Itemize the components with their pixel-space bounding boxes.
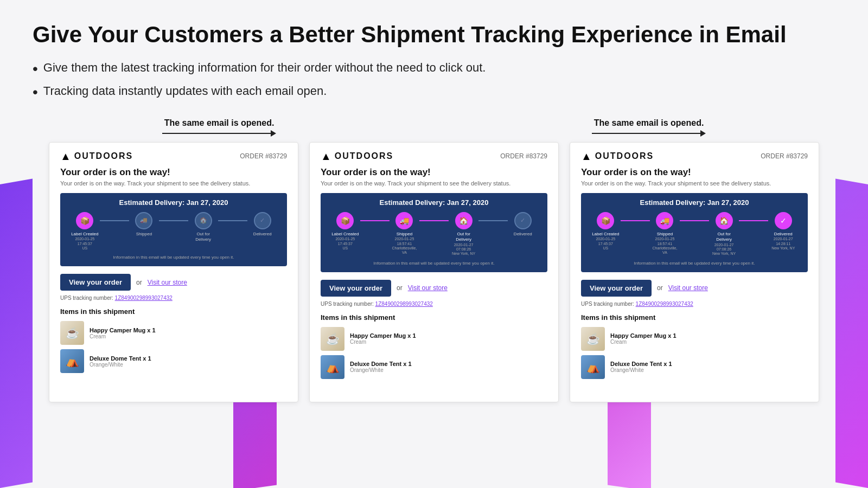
step-label-2-card-2: Shipped [397,232,412,237]
cards-container: ▲ OUTDOORS ORDER #83729 Your order is on… [33,142,835,402]
step-circle-2-card-2: 🚚 [395,212,413,229]
item-row-2-card-1: ⛺ Deluxe Dome Tent x 1 Orange/White [60,349,287,373]
logo-area-3: ▲ OUTDOORS [581,150,654,163]
arrow-line-left [162,130,276,137]
step-2-card-3: 🚚 Shipped 2020-01-25 18:57:41 Charlottes… [650,212,680,255]
item-details-2-card-3: Deluxe Dome Tent x 1 Orange/White [610,361,808,373]
visit-store-button-1[interactable]: Visit our store [148,279,187,286]
tracking-delivery-label-2: Estimated Delivery: Jan 27, 2020 [328,198,540,207]
step-4-card-1: ✓ Delivered [247,212,277,237]
tracking-number-link-3[interactable]: 1Z84900298993027432 [636,301,693,307]
logo-text-3: OUTDOORS [595,151,654,161]
item-details-1-card-2: Happy Camper Mug x 1 Cream [350,332,547,345]
order-number-1: ORDER #83729 [240,152,287,160]
step-date-1-card-2: 2020-01-25 17:45:37 [330,237,360,246]
arrow-line-right [592,130,706,137]
view-order-button-3[interactable]: View your order [581,280,652,297]
item-img-2-card-2: ⛺ [321,355,344,379]
step-location-2-card-3: Charlottesville, VA [650,246,680,255]
logo-text-1: OUTDOORS [74,151,133,161]
view-order-button-1[interactable]: View your order [60,274,131,291]
item-details-1-card-1: Happy Camper Mug x 1 Cream [90,327,287,339]
step-circle-3-card-1: 🏠 [195,212,212,229]
tracking-delivery-label-3: Estimated Delivery: Jan 27, 2020 [589,198,800,207]
arrow-head-right [700,130,706,137]
step-date-2-card-2: 2020-01-25 18:57:41 [390,237,419,246]
order-number-2: ORDER #83729 [500,152,547,160]
order-title-1: Your order is on the way! [60,167,287,178]
view-order-button-2[interactable]: View your order [321,280,391,297]
item-details-1-card-3: Happy Camper Mug x 1 Cream [610,332,808,345]
step-label-4-card-3: Delivered [774,232,793,237]
item-details-2-card-2: Deluxe Dome Tent x 1 Orange/White [350,361,547,373]
step-label-2-card-1: Shipped [136,232,152,237]
step-location-3-card-3: New York, NY [712,252,736,256]
step-location-1-card-3: US [603,246,608,251]
step-date-3-card-2: 2020-01-27 07:08:26 [449,243,478,252]
visit-store-button-3[interactable]: Visit our store [668,284,708,292]
tracking-steps-2: 📦 Label Created 2020-01-25 17:45:37 US 🚚 [328,212,540,256]
item-img-2-card-3: ⛺ [581,355,605,379]
item-img-1-card-1: ☕ [60,321,84,345]
btn-or-1: or [136,279,142,286]
step-circle-4-card-3: ✓ [775,212,792,229]
arrow-label-right: The same email is opened. [506,118,792,137]
step-circle-3-card-2: 🏠 [455,212,473,229]
item-image-1-card-3: ☕ [581,327,605,351]
item-variant-1-card-1: Cream [90,333,287,339]
step-label-1-card-2: Label Created [331,232,359,237]
arrow-head-left [271,130,276,137]
item-variant-2-card-2: Orange/White [350,367,547,373]
item-name-2-card-3: Deluxe Dome Tent x 1 [610,361,808,367]
button-row-3: View your order or Visit our store [581,280,808,297]
visit-store-button-2[interactable]: Visit our store [408,284,448,292]
tracking-number-link-1[interactable]: 1Z84900298993027432 [115,295,173,301]
item-image-1-card-1: ☕ [60,321,84,345]
page-wrapper: Give Your Customers a Better Shipment Tr… [0,0,868,413]
tracking-steps-1: 📦 Label Created 2020-01-25 17:45:37 US 🚚 [68,212,279,251]
email-card-3: ▲ OUTDOORS ORDER #83729 Your order is on… [570,142,819,402]
step-label-1-card-3: Label Created [592,232,619,237]
logo-area-2: ▲ OUTDOORS [321,150,393,163]
tracking-note-2: Information in this email will be update… [328,261,540,266]
tracking-box-1: Estimated Delivery: Jan 27, 2020 📦 Label… [60,193,287,267]
step-circle-2-card-1: 🚚 [135,212,152,229]
btn-or-3: or [657,284,663,292]
tracking-delivery-label-1: Estimated Delivery: Jan 27, 2020 [68,198,279,207]
items-title-2: Items in this shipment [321,313,547,322]
item-row-2-card-3: ⛺ Deluxe Dome Tent x 1 Orange/White [581,355,808,379]
arrow-bar-right [592,133,700,134]
step-circle-2-card-3: 🚚 [656,212,673,229]
step-circle-1-card-3: 📦 [597,212,614,229]
order-title-3: Your order is on the way! [581,167,808,178]
step-label-1-card-1: Label Created [71,232,98,237]
connector-1-card-1 [100,220,130,221]
item-image-2-card-3: ⛺ [581,355,605,379]
item-img-1-card-3: ☕ [581,327,605,351]
step-circle-3-card-3: 🏠 [716,212,733,229]
logo-area-1: ▲ OUTDOORS [60,150,133,163]
connector-3-card-1 [218,220,248,221]
step-location-2-card-2: Charlottesville, VA [390,246,419,255]
order-subtitle-3: Your order is on the way. Track your shi… [581,180,808,187]
step-label-2-card-3: Shipped [657,232,673,237]
item-variant-1-card-2: Cream [350,339,547,345]
item-details-2-card-1: Deluxe Dome Tent x 1 Orange/White [90,355,287,368]
item-row-1-card-2: ☕ Happy Camper Mug x 1 Cream [321,327,547,351]
item-name-2-card-1: Deluxe Dome Tent x 1 [90,355,287,362]
email-card-1: ▲ OUTDOORS ORDER #83729 Your order is on… [49,142,298,402]
tracking-note-3: Information in this email will be update… [589,261,800,266]
step-label-3-card-1: Out for Delivery [188,232,218,243]
order-subtitle-2: Your order is on the way. Track your shi… [321,180,547,187]
step-1-card-1: 📦 Label Created 2020-01-25 17:45:37 US [70,212,100,251]
item-row-1-card-3: ☕ Happy Camper Mug x 1 Cream [581,327,808,351]
tracking-steps-3: 📦 Label Created 2020-01-25 17:45:37 US 🚚 [589,212,800,256]
tracking-number-link-2[interactable]: 1Z84900298993027432 [375,301,433,307]
step-date-4-card-3: 2020-01-27 14:28:11 [768,237,798,246]
step-4-card-3: ✓ Delivered 2020-01-27 14:28:11 New York… [768,212,798,251]
btn-or-2: or [397,284,403,292]
arrow-labels: The same email is opened. The same email… [33,118,835,137]
tracking-number-2: UPS tracking number: 1Z84900298993027432 [321,301,547,307]
step-location-1-card-2: US [342,246,348,251]
card-header-2: ▲ OUTDOORS ORDER #83729 [310,143,558,167]
